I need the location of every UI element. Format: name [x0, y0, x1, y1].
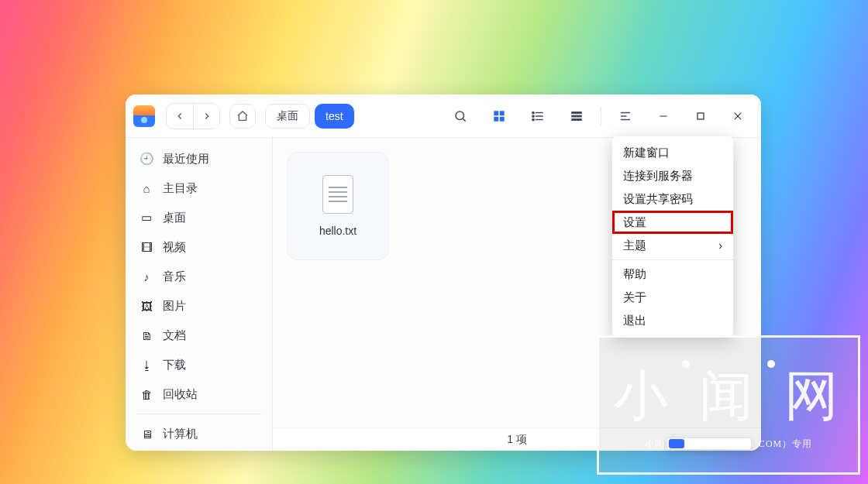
sidebar-item-home[interactable]: ⌂主目录: [126, 173, 272, 203]
svg-rect-12: [571, 112, 582, 114]
menu-item-label: 新建窗口: [623, 146, 670, 160]
sidebar-item-label: 最近使用: [163, 152, 209, 166]
music-icon: ♪: [140, 270, 153, 283]
view-detail-button[interactable]: [559, 104, 594, 129]
maximize-button[interactable]: [684, 104, 718, 129]
doc-icon: 🗎: [140, 329, 153, 342]
titlebar: 桌面 test: [126, 94, 761, 138]
image-icon: 🖼: [140, 300, 153, 313]
app-menu-popup: 新建窗口 连接到服务器 设置共享密码 设置 主题› 帮助 关于 退出: [612, 136, 733, 337]
sidebar: 🕘最近使用 ⌂主目录 ▭桌面 🎞视频 ♪音乐 🖼图片 🗎文档 ⭳下载 🗑回收站 …: [126, 138, 273, 451]
status-text: 1 项: [507, 433, 527, 447]
sidebar-item-desktop[interactable]: ▭桌面: [126, 203, 272, 232]
menu-set-share-password[interactable]: 设置共享密码: [612, 187, 733, 211]
menu-new-window[interactable]: 新建窗口: [612, 141, 733, 164]
svg-rect-13: [571, 115, 582, 117]
sidebar-item-label: 文档: [163, 328, 186, 343]
sidebar-item-systemdisk[interactable]: ⛁系统盘: [126, 448, 272, 451]
sidebar-item-label: 桌面: [163, 211, 186, 225]
sidebar-item-label: 图片: [163, 299, 186, 314]
menu-help[interactable]: 帮助: [612, 263, 733, 286]
sidebar-item-label: 下载: [163, 358, 186, 372]
menu-item-label: 设置: [623, 215, 646, 230]
sidebar-item-documents[interactable]: 🗎文档: [126, 321, 272, 350]
download-icon: ⭳: [140, 359, 153, 372]
menu-separator: [612, 259, 733, 260]
sidebar-item-pictures[interactable]: 🖼图片: [126, 291, 272, 321]
sidebar-item-music[interactable]: ♪音乐: [126, 262, 272, 291]
menu-quit[interactable]: 退出: [612, 309, 733, 332]
menu-settings[interactable]: 设置: [612, 211, 733, 234]
home-button[interactable]: [229, 104, 256, 129]
svg-point-0: [456, 112, 464, 120]
close-button[interactable]: [721, 104, 755, 129]
breadcrumb-current[interactable]: test: [315, 104, 354, 129]
app-logo-icon: [133, 105, 155, 127]
menu-about[interactable]: 关于: [612, 286, 733, 309]
svg-point-11: [532, 118, 534, 120]
nav-back-forward: [166, 103, 220, 129]
sidebar-item-downloads[interactable]: ⭳下载: [126, 350, 272, 379]
svg-rect-2: [494, 111, 498, 115]
svg-line-1: [463, 118, 465, 121]
svg-point-9: [532, 112, 534, 113]
file-item[interactable]: hello.txt: [287, 152, 389, 260]
menu-item-label: 设置共享密码: [623, 192, 693, 207]
search-button[interactable]: [443, 104, 478, 129]
minimize-button[interactable]: [646, 104, 680, 129]
home-icon: ⌂: [140, 182, 153, 195]
horizontal-scrollbar[interactable]: [666, 438, 752, 450]
desktop-icon: ▭: [140, 211, 153, 225]
svg-rect-4: [494, 116, 498, 121]
sidebar-item-label: 视频: [163, 240, 186, 255]
svg-rect-5: [500, 116, 505, 121]
computer-icon: 🖥: [140, 427, 153, 441]
forward-button[interactable]: [193, 104, 219, 129]
breadcrumb-desktop[interactable]: 桌面: [265, 104, 310, 129]
text-file-icon: [322, 175, 353, 214]
menu-item-label: 连接到服务器: [623, 169, 693, 184]
menu-item-label: 帮助: [623, 267, 646, 282]
toolbar-divider: [601, 107, 601, 125]
sidebar-item-recent[interactable]: 🕘最近使用: [126, 144, 272, 173]
menu-item-label: 关于: [623, 290, 646, 305]
sidebar-item-video[interactable]: 🎞视频: [126, 232, 272, 262]
menu-theme[interactable]: 主题›: [612, 234, 733, 257]
clock-icon: 🕘: [140, 152, 153, 166]
menu-item-label: 主题: [623, 239, 646, 253]
sidebar-item-label: 回收站: [163, 387, 198, 402]
view-list-button[interactable]: [520, 104, 556, 129]
trash-icon: 🗑: [140, 388, 153, 401]
sidebar-item-trash[interactable]: 🗑回收站: [126, 379, 272, 409]
chevron-right-icon: ›: [718, 239, 722, 252]
svg-rect-19: [698, 113, 704, 119]
menu-item-label: 退出: [623, 314, 646, 328]
svg-point-10: [532, 115, 534, 116]
sidebar-item-computer[interactable]: 🖥计算机: [126, 419, 272, 448]
svg-rect-14: [571, 118, 582, 121]
sidebar-item-label: 音乐: [163, 269, 186, 284]
back-button[interactable]: [167, 104, 193, 129]
hamburger-menu-button[interactable]: [608, 104, 643, 129]
sidebar-separator: [136, 414, 261, 414]
sidebar-item-label: 主目录: [163, 181, 198, 196]
file-name: hello.txt: [319, 225, 356, 237]
menu-connect-server[interactable]: 连接到服务器: [612, 164, 733, 187]
view-grid-button[interactable]: [481, 104, 517, 129]
video-icon: 🎞: [140, 241, 153, 254]
sidebar-item-label: 计算机: [163, 427, 198, 441]
svg-rect-3: [500, 111, 505, 115]
scrollbar-thumb[interactable]: [669, 439, 684, 448]
